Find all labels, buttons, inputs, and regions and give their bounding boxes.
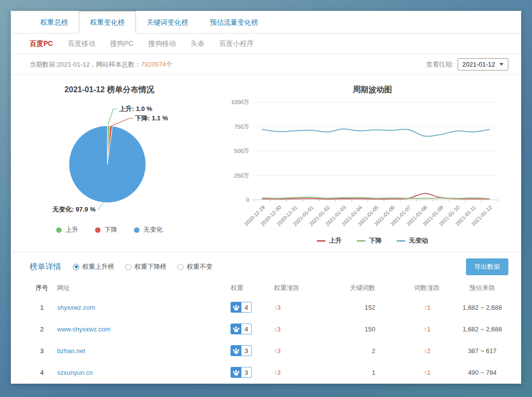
row-index: 2: [27, 325, 57, 333]
site-link[interactable]: bzhan.net: [57, 347, 85, 355]
keyword-change: ↑1: [396, 369, 458, 376]
table-row: 3 bzhan.net 3 ↑3 2 ↑2: [27, 340, 506, 361]
top-tab-bar: 权重总榜 权重变化榜 关键词变化榜 预估流量变化榜: [11, 11, 521, 34]
pie-label-line: [98, 203, 103, 210]
line-chart-title: 周期波动图: [224, 85, 521, 95]
row-index: 4: [27, 369, 57, 376]
site-link[interactable]: www.shyxxwz.com: [57, 325, 110, 333]
pie-legend-label: 无变化: [143, 225, 163, 234]
header-keyword-change: 词数涨跌: [396, 284, 458, 292]
export-data-button[interactable]: 导出数据: [466, 258, 508, 275]
detail-section-header: 榜单详情 权重上升榜 权重下降榜 权重不变 导出数据: [11, 252, 521, 280]
legend-line-icon: [357, 240, 366, 242]
weight-badge-number: 3: [241, 367, 252, 378]
pie-label-line: [111, 118, 133, 126]
subtab-baidu-miniprogram[interactable]: 百度小程序: [219, 39, 254, 48]
current-data-summary: 当期数据:2021-01-12，网站样本总数：7320574个: [30, 60, 172, 69]
keyword-change: ↑2: [396, 347, 458, 355]
pie-chart-block: 2021-01-12 榜单分布情况 上升: 1.0 %下降: 1.1 %无变化:…: [11, 75, 224, 252]
traffic-estimate: 490 ~ 784: [458, 369, 506, 376]
detail-section-title: 榜单详情: [30, 262, 61, 272]
date-select[interactable]: 2021-01-12: [458, 58, 509, 71]
line-legend-item-无变动[interactable]: 无变动: [397, 236, 428, 245]
table-body: 1 shyxxwz.com 4 ↑3 152 ↑1: [27, 296, 506, 383]
tab-weight-total[interactable]: 权重总榜: [30, 11, 79, 33]
keyword-count: 1: [333, 369, 396, 376]
line-legend-item-下降[interactable]: 下降: [357, 236, 382, 245]
pie-legend-label: 下降: [104, 225, 117, 234]
sample-count-unit: 个: [166, 61, 172, 68]
site-link[interactable]: shyxxwz.com: [57, 304, 95, 311]
y-axis-label: 750万: [234, 124, 249, 130]
pie-chart: 上升: 1.0 %下降: 1.1 %无变化: 97.9 %: [11, 95, 208, 222]
tab-traffic-change[interactable]: 预估流量变化榜: [199, 11, 269, 33]
subtab-baidu-pc[interactable]: 百度PC: [30, 39, 53, 48]
radio-dot: [177, 264, 184, 270]
pie-label-无变化: 无变化: 97.9 %: [52, 206, 96, 213]
line-legend-item-上升[interactable]: 上升: [317, 236, 342, 245]
legend-line-icon: [397, 240, 405, 242]
pie-label-上升: 上升: 1.0 %: [119, 105, 153, 112]
pie-slice-无变化: [69, 126, 146, 203]
date-select-value: 2021-01-12: [463, 61, 496, 68]
weight-badge: 3: [231, 367, 252, 378]
current-data-label: 当期数据:2021-01-12，网站样本总数：: [30, 61, 141, 68]
table-header-row: 序号 网址 权重 权重涨跌 关键词数 词数涨跌 预估来路: [27, 280, 506, 296]
line-series-无变动: [263, 129, 490, 137]
baidu-paw-icon: [231, 345, 241, 356]
pie-legend-label: 上升: [66, 225, 78, 234]
radio-weight-up[interactable]: 权重上升榜: [73, 262, 114, 271]
pie-legend-item-上升[interactable]: 上升: [56, 225, 78, 234]
legend-dot-icon: [134, 227, 139, 233]
baidu-paw-icon: [231, 324, 241, 334]
line-chart-block: 周期波动图 1000万750万500万250万02020-12-292020-1…: [224, 75, 521, 252]
subtab-sogou-mobile[interactable]: 搜狗移动: [148, 39, 176, 48]
traffic-estimate: 387 ~ 617: [458, 347, 506, 355]
weight-change: ↑3: [274, 347, 333, 355]
pie-legend-item-下降[interactable]: 下降: [95, 225, 117, 234]
subtab-sogou-pc[interactable]: 搜狗PC: [110, 39, 133, 48]
chevron-down-icon: [499, 63, 503, 66]
subtab-toutiao[interactable]: 头条: [191, 39, 204, 48]
table-row: 4 szxunyun.cn 3 ↑3 1 ↑1: [27, 361, 506, 383]
line-chart-legend: 上升下降无变动: [224, 236, 521, 245]
line-legend-label: 无变动: [409, 236, 428, 245]
keyword-count: 2: [333, 347, 396, 355]
keyword-change: ↑1: [396, 304, 458, 311]
radio-weight-same[interactable]: 权重不变: [177, 262, 212, 271]
subtab-baidu-mobile[interactable]: 百度移动: [67, 39, 95, 48]
radio-weight-same-label: 权重不变: [187, 262, 212, 271]
radio-dot-selected: [73, 264, 79, 270]
weight-change: ↑3: [274, 369, 333, 376]
legend-line-icon: [317, 240, 326, 242]
tab-keyword-change[interactable]: 关键词变化榜: [136, 11, 199, 33]
history-label: 查看往期:: [426, 60, 454, 69]
weight-badge-number: 4: [241, 302, 252, 313]
row-index: 3: [27, 347, 57, 355]
pie-label-line: [108, 109, 117, 125]
radio-weight-down[interactable]: 权重下降榜: [125, 262, 166, 271]
y-axis-label: 250万: [234, 173, 249, 179]
pie-chart-title: 2021-01-12 榜单分布情况: [11, 85, 208, 95]
pie-label-下降: 下降: 1.1 %: [135, 114, 168, 122]
y-axis-label: 500万: [234, 148, 249, 154]
line-legend-label: 上升: [329, 236, 342, 245]
weight-change: ↑3: [274, 304, 333, 311]
tab-weight-change[interactable]: 权重变化榜: [79, 11, 136, 34]
main-panel: 权重总榜 权重变化榜 关键词变化榜 预估流量变化榜 百度PC 百度移动 搜狗PC…: [11, 11, 521, 384]
weight-badge-number: 4: [241, 324, 252, 334]
header-traffic-estimate: 预估来路: [458, 284, 506, 292]
keyword-change: ↑1: [396, 325, 458, 333]
header-index: 序号: [27, 284, 57, 292]
keyword-count: 152: [333, 304, 396, 311]
weight-badge-number: 3: [241, 345, 252, 356]
site-link[interactable]: szxunyun.cn: [57, 369, 93, 376]
baidu-paw-icon: [231, 367, 241, 378]
header-weight: 权重: [231, 284, 274, 292]
line-legend-label: 下降: [369, 236, 382, 245]
weight-badge: 4: [231, 324, 252, 334]
charts-area: 2021-01-12 榜单分布情况 上升: 1.0 %下降: 1.1 %无变化:…: [11, 75, 521, 252]
header-url: 网址: [57, 284, 231, 292]
pie-legend-item-无变化[interactable]: 无变化: [134, 225, 163, 234]
header-keyword-count: 关键词数: [333, 284, 396, 292]
